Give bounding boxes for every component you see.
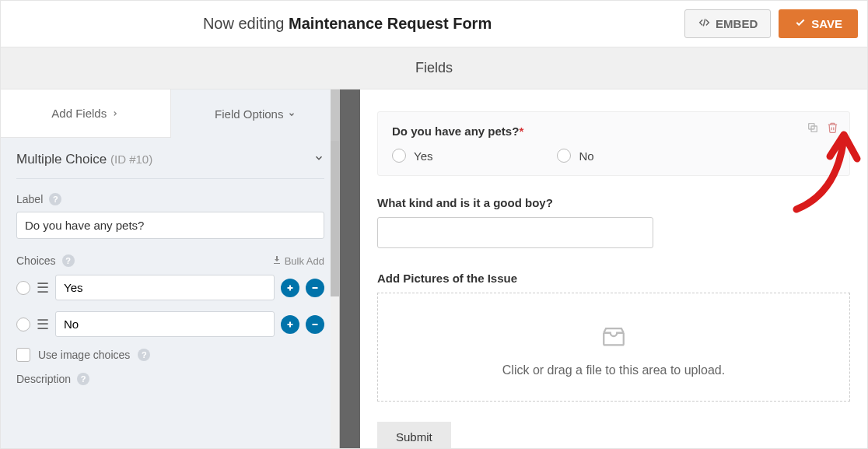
choices-heading: Choices bbox=[16, 254, 56, 267]
main-area: Add Fields Field Options Multiple Choice… bbox=[1, 89, 867, 449]
help-icon[interactable]: ? bbox=[138, 349, 150, 361]
trash-icon[interactable] bbox=[827, 121, 838, 137]
save-button[interactable]: SAVE bbox=[779, 9, 858, 38]
upload-dropzone[interactable]: Click or drag a file to this area to upl… bbox=[377, 293, 850, 402]
preview-question-label: Do you have any pets?* bbox=[392, 125, 835, 138]
editor-header: Now editing Maintenance Request Form EMB… bbox=[1, 1, 867, 47]
code-icon bbox=[698, 17, 711, 30]
chevron-down-icon bbox=[313, 152, 324, 167]
image-choices-label: Use image choices bbox=[38, 349, 130, 361]
panel-head[interactable]: Multiple Choice (ID #10) bbox=[16, 152, 324, 179]
submit-label: Submit bbox=[396, 430, 432, 444]
choices-head: Choices ? Bulk Add bbox=[16, 254, 324, 267]
description-heading: Description bbox=[16, 373, 71, 385]
choice-input[interactable] bbox=[55, 311, 275, 337]
radio-option-yes[interactable]: Yes bbox=[392, 149, 432, 163]
scrollbar[interactable] bbox=[331, 89, 340, 449]
add-choice-button[interactable] bbox=[281, 315, 299, 334]
field-options-panel: Multiple Choice (ID #10) Label ? Choices… bbox=[1, 138, 340, 405]
form-title: Maintenance Request Form bbox=[289, 15, 492, 32]
radio-label: No bbox=[579, 149, 593, 163]
header-title: Now editing Maintenance Request Form bbox=[10, 15, 684, 33]
duplicate-icon[interactable] bbox=[807, 121, 819, 137]
default-radio[interactable] bbox=[16, 317, 30, 331]
radio-label: Yes bbox=[414, 149, 432, 163]
field-type: Multiple Choice bbox=[16, 152, 107, 167]
fields-bar: Fields bbox=[1, 47, 867, 89]
fields-bar-label: Fields bbox=[415, 60, 453, 76]
question-label: What kind and is it a good boy? bbox=[377, 196, 850, 209]
left-tabs: Add Fields Field Options bbox=[1, 89, 340, 138]
bulk-add-label: Bulk Add bbox=[285, 255, 324, 267]
help-icon[interactable]: ? bbox=[62, 254, 75, 267]
card-actions bbox=[807, 121, 838, 137]
check-icon bbox=[794, 17, 807, 30]
label-heading-row: Label ? bbox=[16, 193, 324, 205]
radio-icon bbox=[392, 149, 406, 163]
drag-handle-icon[interactable]: ☰ bbox=[37, 316, 49, 333]
default-radio[interactable] bbox=[16, 281, 30, 295]
form-preview: Do you have any pets?* Yes No What kind … bbox=[360, 89, 867, 449]
remove-choice-button[interactable] bbox=[306, 315, 324, 334]
embed-button[interactable]: EMBED bbox=[684, 9, 771, 38]
panel-divider[interactable] bbox=[340, 89, 360, 449]
image-choices-checkbox[interactable] bbox=[16, 348, 30, 362]
tab-add-fields[interactable]: Add Fields bbox=[1, 89, 171, 138]
chevron-right-icon bbox=[111, 107, 119, 120]
svg-line-0 bbox=[703, 19, 705, 26]
left-panel: Add Fields Field Options Multiple Choice… bbox=[1, 89, 340, 449]
submit-button[interactable]: Submit bbox=[377, 422, 451, 449]
drag-handle-icon[interactable]: ☰ bbox=[37, 279, 49, 296]
save-label: SAVE bbox=[811, 17, 842, 30]
embed-label: EMBED bbox=[716, 17, 758, 30]
tab-field-options-label: Field Options bbox=[215, 107, 283, 121]
radio-icon bbox=[557, 149, 571, 163]
choice-row: ☰ bbox=[16, 311, 324, 337]
radio-group: Yes No bbox=[392, 149, 835, 163]
field-upload[interactable]: Add Pictures of the Issue Click or drag … bbox=[377, 272, 850, 402]
help-icon[interactable]: ? bbox=[77, 373, 89, 385]
label-input[interactable] bbox=[16, 212, 324, 239]
help-icon[interactable]: ? bbox=[49, 193, 61, 205]
remove-choice-button[interactable] bbox=[306, 279, 324, 297]
choice-input[interactable] bbox=[55, 275, 275, 300]
label-heading: Label bbox=[16, 193, 43, 205]
editing-prefix: Now editing bbox=[203, 15, 285, 32]
upload-text: Click or drag a file to this area to upl… bbox=[378, 363, 849, 377]
field-card-pets[interactable]: Do you have any pets?* Yes No bbox=[377, 111, 850, 176]
field-goodboy[interactable]: What kind and is it a good boy? bbox=[377, 196, 850, 248]
tab-add-fields-label: Add Fields bbox=[51, 107, 107, 120]
choice-row: ☰ bbox=[16, 275, 324, 300]
field-id: (ID #10) bbox=[110, 153, 152, 166]
description-heading-row: Description ? bbox=[16, 373, 324, 385]
chevron-down-icon bbox=[288, 107, 296, 121]
bulk-add-link[interactable]: Bulk Add bbox=[272, 255, 324, 267]
upload-icon bbox=[378, 323, 849, 353]
download-icon bbox=[272, 255, 282, 267]
radio-option-no[interactable]: No bbox=[557, 149, 593, 163]
tab-field-options[interactable]: Field Options bbox=[171, 89, 341, 138]
image-choices-row: Use image choices ? bbox=[16, 348, 324, 362]
text-input[interactable] bbox=[377, 217, 653, 248]
add-choice-button[interactable] bbox=[281, 279, 299, 297]
upload-heading: Add Pictures of the Issue bbox=[377, 272, 850, 285]
